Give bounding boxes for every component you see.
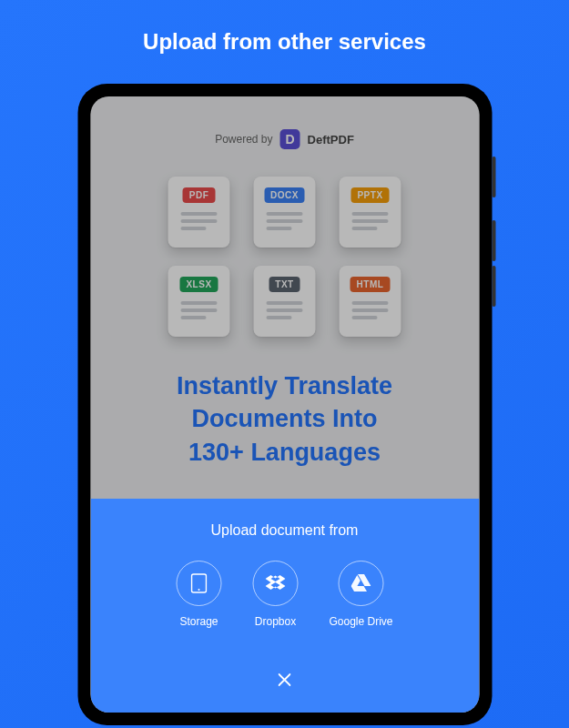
upload-bottom-sheet: Upload document from Storage xyxy=(90,499,479,713)
file-type-docx: DOCX xyxy=(254,177,316,248)
tablet-power-button xyxy=(492,157,495,197)
file-badge: HTML xyxy=(351,277,391,292)
file-badge: DOCX xyxy=(264,187,305,203)
file-lines-icon xyxy=(267,212,303,230)
file-type-xlsx: XLSX xyxy=(168,266,230,337)
hero-line-2: Documents Into xyxy=(136,402,433,435)
file-type-pptx: PPTX xyxy=(340,177,401,248)
file-lines-icon xyxy=(267,301,303,319)
file-lines-icon xyxy=(352,212,389,230)
upload-label: Dropbox xyxy=(255,615,296,628)
dropbox-icon xyxy=(252,561,298,606)
file-badge: XLSX xyxy=(179,277,218,292)
close-icon xyxy=(279,673,291,686)
close-sheet-button[interactable] xyxy=(272,667,298,693)
page-title: Upload from other services xyxy=(0,0,569,55)
tablet-screen: Powered by D DeftPDF PDF DOCX PPTX xyxy=(90,96,479,713)
file-type-grid: PDF DOCX PPTX XLSX TXT xyxy=(108,177,461,337)
google-drive-icon xyxy=(339,561,384,606)
upload-options-row: Storage Dropbox xyxy=(176,561,392,628)
main-content: Powered by D DeftPDF PDF DOCX PPTX xyxy=(90,96,479,469)
hero-line-1: Instantly Translate xyxy=(136,369,433,402)
file-type-pdf: PDF xyxy=(168,177,230,248)
upload-option-storage[interactable]: Storage xyxy=(176,561,221,628)
file-lines-icon xyxy=(181,301,218,319)
storage-icon xyxy=(176,561,221,606)
file-lines-icon xyxy=(181,212,218,230)
sheet-title: Upload document from xyxy=(211,522,359,539)
deftpdf-logo-icon: D xyxy=(280,129,300,149)
upload-option-dropbox[interactable]: Dropbox xyxy=(252,561,298,628)
upload-label: Storage xyxy=(179,615,218,628)
svg-point-1 xyxy=(198,589,199,591)
upload-label: Google Drive xyxy=(329,615,392,628)
hero-headline: Instantly Translate Documents Into 130+ … xyxy=(108,369,461,469)
powered-by-label: Powered by xyxy=(215,133,272,146)
file-type-html: HTML xyxy=(340,266,401,337)
powered-by-row: Powered by D DeftPDF xyxy=(108,129,461,149)
file-lines-icon xyxy=(352,301,389,319)
tablet-volume-down xyxy=(492,266,495,307)
tablet-volume-up xyxy=(492,220,495,261)
file-badge: PDF xyxy=(183,187,216,203)
file-badge: PPTX xyxy=(351,187,389,203)
hero-line-3: 130+ Languages xyxy=(136,436,433,469)
upload-option-google-drive[interactable]: Google Drive xyxy=(329,561,392,628)
deftpdf-brand-name: DeftPDF xyxy=(308,133,354,147)
tablet-frame: Powered by D DeftPDF PDF DOCX PPTX xyxy=(77,84,492,725)
file-type-txt: TXT xyxy=(254,266,316,337)
file-badge: TXT xyxy=(269,277,300,292)
